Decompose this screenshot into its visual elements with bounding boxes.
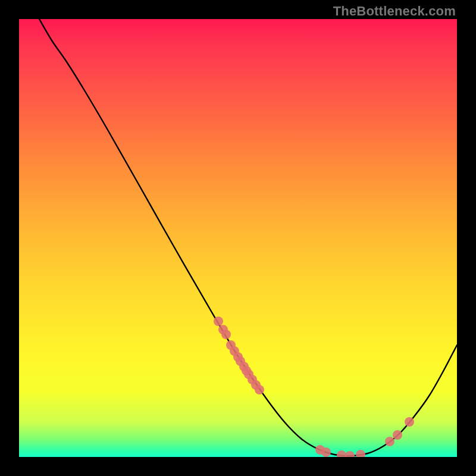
data-dots-group (214, 317, 414, 457)
watermark-text: TheBottleneck.com (333, 4, 456, 19)
data-dot (321, 447, 331, 457)
data-dot (385, 437, 394, 446)
data-dot (356, 450, 365, 457)
bottleneck-curve-plot (19, 19, 457, 457)
chart-frame (19, 19, 457, 457)
data-dot (393, 430, 402, 440)
data-dot (214, 317, 223, 326)
data-dot (221, 330, 231, 339)
data-dot (337, 450, 346, 457)
data-dot (345, 451, 355, 457)
data-dot (255, 385, 264, 394)
data-dot (405, 417, 414, 427)
performance-curve (39, 19, 457, 456)
